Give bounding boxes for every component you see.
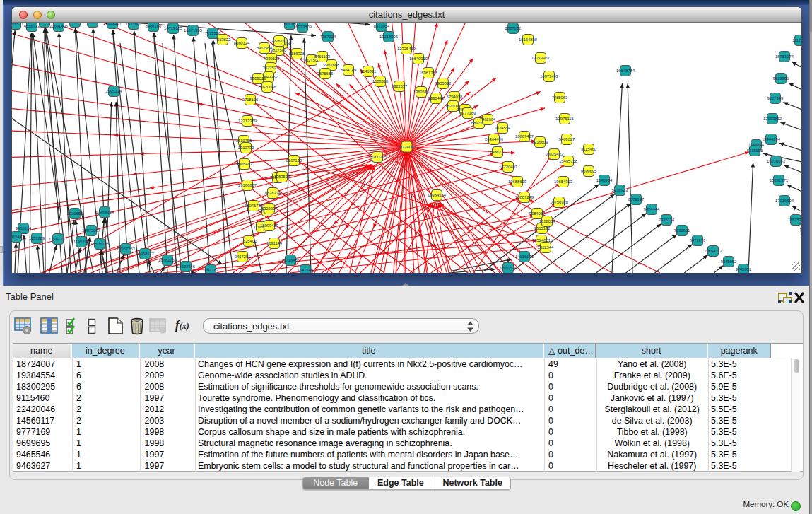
svg-text:10688609: 10688609 — [508, 180, 526, 184]
svg-text:8813054: 8813054 — [374, 24, 390, 28]
svg-text:15751074: 15751074 — [775, 54, 794, 59]
svg-text:17957253: 17957253 — [117, 247, 135, 251]
svg-text:2887682: 2887682 — [505, 26, 522, 30]
svg-text:7986372: 7986372 — [490, 150, 506, 154]
svg-text:18807249: 18807249 — [515, 195, 534, 199]
svg-text:9827500: 9827500 — [271, 48, 287, 52]
svg-text:9329966: 9329966 — [773, 76, 789, 81]
svg-text:1156829: 1156829 — [85, 23, 100, 24]
svg-text:2005571: 2005571 — [12, 23, 23, 26]
svg-text:20691406: 20691406 — [49, 24, 68, 28]
svg-text:22420046: 22420046 — [258, 85, 276, 89]
svg-text:8454749: 8454749 — [341, 68, 357, 72]
svg-text:1145193: 1145193 — [73, 240, 89, 244]
svg-text:10958117: 10958117 — [136, 252, 153, 256]
svg-text:12975115: 12975115 — [555, 117, 573, 121]
svg-text:6794028: 6794028 — [447, 95, 463, 99]
svg-text:16961758: 16961758 — [419, 71, 437, 75]
svg-text:2020656: 2020656 — [67, 211, 83, 216]
svg-text:3915447: 3915447 — [12, 235, 24, 239]
svg-text:10973493: 10973493 — [540, 74, 558, 78]
svg-text:9389013: 9389013 — [250, 76, 266, 81]
svg-text:9777169: 9777169 — [460, 111, 476, 115]
svg-text:8471676: 8471676 — [690, 238, 706, 243]
svg-text:12213369: 12213369 — [238, 119, 257, 123]
svg-text:1117534: 1117534 — [792, 38, 801, 42]
svg-text:1042162: 1042162 — [203, 268, 219, 272]
svg-text:12323446: 12323446 — [177, 264, 195, 269]
svg-text:9245052: 9245052 — [721, 259, 737, 264]
svg-text:15716485: 15716485 — [281, 258, 300, 262]
svg-text:18099489: 18099489 — [260, 223, 278, 228]
svg-text:2718126: 2718126 — [242, 98, 259, 102]
svg-text:7462664: 7462664 — [480, 117, 496, 122]
svg-text:5461193: 5461193 — [314, 54, 330, 59]
svg-text:9227349: 9227349 — [767, 96, 784, 100]
svg-text:7625402: 7625402 — [241, 239, 257, 243]
svg-text:2905334: 2905334 — [106, 89, 122, 93]
svg-text:10025433: 10025433 — [545, 152, 563, 156]
svg-text:18724007: 18724007 — [398, 145, 416, 149]
svg-text:1640954: 1640954 — [596, 178, 613, 182]
svg-text:2967608: 2967608 — [324, 63, 340, 67]
svg-text:1691144: 1691144 — [266, 241, 283, 245]
svg-text:1167534: 1167534 — [788, 218, 801, 222]
svg-text:3627532: 3627532 — [263, 66, 279, 70]
svg-text:3675685: 3675685 — [317, 71, 334, 76]
svg-text:10654112: 10654112 — [704, 249, 722, 253]
svg-text:8186328: 8186328 — [289, 52, 305, 56]
svg-text:20364436: 20364436 — [485, 137, 503, 141]
svg-text:16046736: 16046736 — [245, 204, 263, 208]
svg-text:7485063: 7485063 — [552, 95, 568, 100]
svg-text:7632621: 7632621 — [674, 228, 690, 233]
svg-text:1965493: 1965493 — [237, 162, 253, 166]
svg-text:19166827: 19166827 — [238, 183, 257, 187]
svg-text:3226751: 3226751 — [271, 39, 288, 43]
svg-text:15692971: 15692971 — [770, 178, 788, 182]
svg-text:17359934: 17359934 — [95, 210, 114, 214]
svg-text:18300295: 18300295 — [368, 155, 387, 159]
svg-text:9115460: 9115460 — [581, 147, 596, 151]
svg-text:8678334: 8678334 — [265, 191, 281, 195]
svg-text:9245052: 9245052 — [736, 267, 752, 271]
svg-text:6216609: 6216609 — [532, 140, 548, 144]
svg-text:10719185: 10719185 — [164, 26, 182, 30]
svg-text:16671355: 16671355 — [184, 28, 202, 33]
svg-text:8466160: 8466160 — [146, 24, 162, 28]
svg-text:16782759: 16782759 — [158, 258, 177, 262]
svg-text:9457291: 9457291 — [235, 255, 251, 259]
svg-text:8322207: 8322207 — [261, 206, 278, 211]
svg-text:8215955: 8215955 — [747, 148, 763, 153]
svg-text:1010733: 1010733 — [238, 146, 254, 150]
svg-text:16154838: 16154838 — [519, 37, 537, 42]
svg-text:16033809: 16033809 — [293, 25, 312, 29]
svg-text:12213967: 12213967 — [531, 56, 550, 60]
svg-text:8990448: 8990448 — [428, 96, 445, 100]
svg-text:8912954: 8912954 — [257, 46, 273, 50]
svg-text:18640910: 18640910 — [409, 57, 428, 61]
svg-text:1588520: 1588520 — [372, 79, 389, 83]
svg-text:2935114: 2935114 — [659, 218, 675, 222]
svg-text:12444154: 12444154 — [762, 137, 781, 141]
svg-text:7357224: 7357224 — [320, 35, 336, 39]
svg-text:8322037: 8322037 — [392, 84, 408, 88]
svg-text:19218506: 19218506 — [379, 35, 398, 39]
svg-text:9521634: 9521634 — [500, 266, 517, 270]
svg-text:1527602: 1527602 — [126, 23, 142, 26]
svg-text:10807487: 10807487 — [515, 134, 534, 139]
svg-text:17016504: 17016504 — [775, 199, 794, 203]
svg-text:1612084: 1612084 — [539, 219, 555, 223]
svg-text:7955812: 7955812 — [435, 81, 452, 86]
svg-text:9463621: 9463621 — [67, 23, 83, 24]
svg-text:7663822: 7663822 — [215, 37, 231, 42]
svg-text:19384554: 19384554 — [428, 193, 447, 197]
svg-text:9350614: 9350614 — [16, 226, 32, 230]
svg-text:14136141: 14136141 — [515, 255, 534, 259]
svg-text:8267130: 8267130 — [286, 158, 302, 163]
svg-text:15495758: 15495758 — [559, 159, 577, 163]
svg-text:9146821: 9146821 — [360, 69, 377, 74]
svg-text:3624554: 3624554 — [495, 126, 511, 130]
svg-text:9699695: 9699695 — [581, 169, 597, 173]
svg-text:4055713: 4055713 — [24, 24, 40, 28]
svg-text:16210643: 16210643 — [767, 159, 785, 163]
